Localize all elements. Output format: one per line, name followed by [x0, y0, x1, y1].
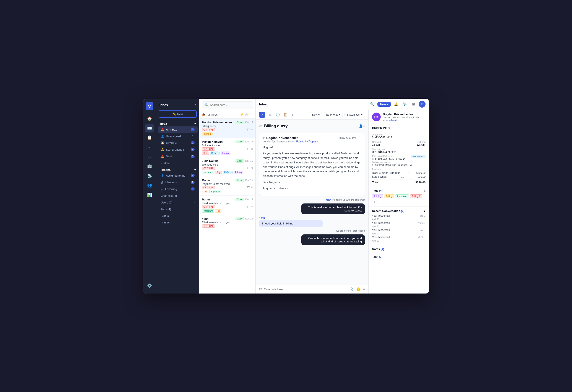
alert-icon: ⚠️ [161, 148, 164, 151]
chevron-up-icon[interactable]: ▴ [424, 189, 426, 193]
sidebar-item-all-inbox[interactable]: 📥 All Inbox 2 [158, 126, 198, 133]
recent-conv-header[interactable]: Recent Conversation (2) ▴ [372, 209, 426, 213]
priority-dropdown[interactable]: No Priority ▾ [324, 112, 343, 117]
tab-actions: ⚡ ⊞ ⋮ [240, 113, 253, 117]
more-icon[interactable]: ⋮ [422, 133, 426, 137]
nav-inbox[interactable]: ✉️ [145, 124, 154, 133]
chevron-right-icon: › [194, 214, 195, 217]
sidebar-status[interactable]: Status › [158, 213, 198, 219]
nav-contacts[interactable]: 👥 [145, 181, 154, 190]
search-icon: 🔍 [204, 103, 209, 107]
conversation-item[interactable]: Bogdan Krivenchenko Close Dec 15 Billing… [199, 119, 255, 138]
nav-analytics[interactable]: 📊 [145, 191, 154, 199]
sidebar-item-sla[interactable]: ⚠️ SLA Breached 6 [158, 147, 198, 153]
chevron-right-icon: › [425, 247, 426, 250]
search-button[interactable]: 🔍 [369, 101, 376, 107]
tags-title: Tags (4) [372, 189, 383, 192]
nav-layers[interactable]: ⬡ [145, 152, 154, 161]
nav-tasks[interactable]: ✓ [145, 143, 154, 151]
send-icon[interactable]: ➤ [363, 287, 365, 291]
copy-button[interactable]: 📋 [283, 112, 289, 118]
main-content: Inbox 🔍 New ▾ 🔔 📡 ⊞ TT ✓ ☆ 🕐 [256, 99, 429, 294]
filter-icon[interactable]: ⚡ [240, 113, 244, 117]
view-profile-link[interactable]: View full profile [383, 119, 419, 121]
conversation-item[interactable]: Yaan Close Dec 15 Tried to reach out to … [199, 215, 255, 230]
product-row: Black & White BMX Bike 01 $300.00 [372, 171, 426, 174]
chevron-right-icon: › [161, 162, 162, 165]
chevron-up-icon: ▴ [424, 209, 426, 213]
top-bar: Inbox 🔍 New ▾ 🔔 📡 ⊞ TT [256, 99, 429, 110]
compose-input[interactable] [264, 288, 349, 291]
chat-message-left: I need your help in billing [259, 220, 323, 227]
search-box[interactable]: 🔍 [202, 101, 253, 108]
sidebar-priority[interactable]: Priority › [158, 219, 198, 226]
notes-header[interactable]: Notes (4) › [372, 247, 426, 251]
nav-reports[interactable]: 📋 [145, 133, 154, 142]
antenna-button[interactable]: 📡 [401, 101, 408, 107]
chat-message-right: This is really important feedback for us… [302, 203, 365, 214]
clock-button[interactable]: 🕐 [275, 112, 281, 118]
more-button[interactable]: ⋯ [298, 112, 304, 118]
nav-building[interactable]: 🏢 [145, 162, 154, 171]
sidebar-channels[interactable]: Channels (4) › [158, 193, 198, 199]
compose-actions: 📎 😊 ➤ [350, 287, 365, 291]
sidebar-item-following[interactable]: ☆ Following 9 [158, 186, 198, 192]
new-conversation-button[interactable]: ✏️ New [159, 110, 197, 118]
sidebar: Inbox ▾ ✏️ New Inbox ▾ 📥 All Inbox 2 👤 U… [156, 99, 199, 294]
sidebar-item-assigned[interactable]: 👤 Assigned to me 3 [158, 173, 198, 179]
chat-thread: Yann Ple follow up with the customer Thi… [259, 198, 365, 245]
order-info-section[interactable]: ORDER INFO › [368, 124, 429, 131]
assign-button[interactable]: 👤+ [359, 123, 365, 129]
nav-wifi[interactable]: 📡 [145, 171, 154, 180]
sidebar-item-sent[interactable]: 📤 Sent 8 [158, 153, 198, 160]
notifications-button[interactable]: 🔔 [393, 101, 399, 107]
user-icon: 👤 [161, 135, 164, 138]
conversation-view: ✓ ☆ 🕐 📋 🏷 ⋯ New ▾ No Priority ▾ [256, 110, 429, 294]
assignee-dropdown[interactable]: Sawan Jes. ▾ [345, 112, 365, 117]
chevron-right-icon: › [194, 208, 195, 211]
conversation-item[interactable]: Maxim Kamolin Close Dec 15 Shipment issu… [199, 138, 255, 157]
tags-section: Tags (4) ▴ Pricing Billing Important Bil… [368, 186, 429, 207]
send-icon: 📤 [161, 155, 164, 158]
inbox-section-label: Inbox ▾ [156, 120, 199, 126]
sidebar-item-mentions[interactable]: @ Mentions 7 [158, 179, 198, 185]
app-logo [146, 102, 153, 110]
chevron-down-icon: ▾ [318, 113, 319, 116]
search-header: 🔍 [199, 99, 255, 111]
attach-icon[interactable]: 📎 [350, 287, 355, 291]
tag-pricing: Pricing [372, 194, 383, 198]
nav-settings[interactable]: ⚙️ [145, 281, 154, 290]
top-bar-actions: 🔍 New ▾ 🔔 📡 ⊞ TT [369, 101, 426, 107]
sidebar-item-more[interactable]: › More [158, 160, 198, 166]
more-icon[interactable]: ⋮ [422, 115, 426, 119]
more-icon[interactable]: ⋮ [249, 113, 253, 117]
conversation-item[interactable]: Roman Close Dec 15 Payment is not receiv… [199, 176, 255, 196]
user-avatar[interactable]: TT [419, 101, 426, 107]
star-button[interactable]: ☆ [267, 112, 273, 118]
sidebar-users[interactable]: Users (2) › [158, 199, 198, 206]
sidebar-item-unassigned[interactable]: 👤 Unassigned 0 [158, 133, 198, 139]
sidebar-item-overdue[interactable]: ⏰ Overdue 3 [158, 140, 198, 146]
sidebar-tags[interactable]: Tags (4) › [158, 206, 198, 212]
tag-button[interactable]: 🏷 [290, 112, 296, 118]
add-tag-button[interactable]: + [372, 200, 377, 204]
nav-home[interactable]: 🏠 [145, 114, 154, 123]
layout-icon[interactable]: ⊞ [245, 113, 248, 117]
contact-header: BK Bogdan Krivenchenko Bogdan.Krivenchen… [368, 110, 429, 124]
clock-icon: ⏰ [161, 141, 164, 145]
message-group-3: we are here for that reason Please let m… [259, 229, 365, 245]
task-header[interactable]: Task (7) › [372, 255, 426, 258]
message-group-1: Yann Ple follow up with the customer Thi… [259, 198, 365, 214]
more-icon[interactable]: ⋮ [358, 136, 361, 140]
search-input[interactable] [210, 103, 251, 106]
all-inbox-tab[interactable]: 📥 All Inbox [202, 113, 218, 116]
resolve-button[interactable]: ✓ [259, 112, 265, 118]
apps-button[interactable]: ⊞ [410, 101, 417, 107]
message-meta: Yann [259, 216, 365, 219]
emoji-icon[interactable]: 😊 [356, 287, 361, 291]
total-row: Total $330.00 [372, 179, 426, 184]
new-button[interactable]: New ▾ [377, 102, 391, 107]
conversation-item[interactable]: Potter Close Dec 15 Tried to reach out t… [199, 196, 255, 215]
conversation-item[interactable]: Julia Rokina Close Dec 15 We need help C… [199, 157, 255, 176]
status-dropdown[interactable]: New ▾ [310, 112, 322, 117]
